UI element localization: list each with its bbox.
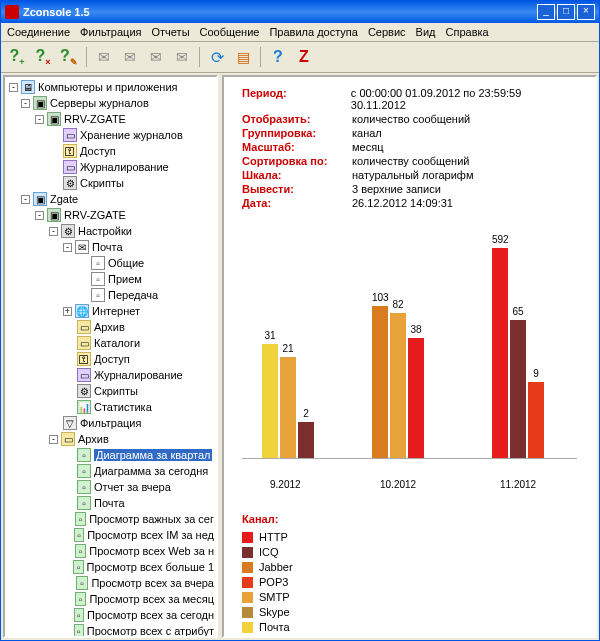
chart-bar: 21 — [280, 357, 296, 458]
tb-about[interactable]: ? — [266, 45, 290, 69]
tree-label: Журналирование — [94, 369, 183, 381]
tree-archive-report[interactable]: ▫Просмотр всех за сегодн — [7, 607, 216, 623]
mailnode-icon: ✉ — [75, 240, 89, 254]
gear-icon: ⚙ — [61, 224, 75, 238]
menu-filter[interactable]: Фильтрация — [80, 26, 141, 38]
chart-bar: 103 — [372, 306, 388, 458]
menu-access-rules[interactable]: Правила доступа — [269, 26, 358, 38]
tb-mail-forward[interactable]: ✉ — [144, 45, 168, 69]
tb-help-edit[interactable]: ?✎ — [57, 45, 81, 69]
menu-message[interactable]: Сообщение — [200, 26, 260, 38]
server-icon: ▣ — [47, 112, 61, 126]
collapse-icon[interactable]: - — [9, 83, 18, 92]
collapse-icon[interactable]: - — [35, 115, 44, 124]
tree-logging-2[interactable]: ▭Журналирование — [7, 367, 216, 383]
tree-stats[interactable]: 📊Статистика — [7, 399, 216, 415]
tb-help-add[interactable]: ?+ — [5, 45, 29, 69]
collapse-icon[interactable]: - — [49, 435, 58, 444]
collapse-icon[interactable]: - — [63, 243, 72, 252]
tree-archive-report[interactable]: ▫Просмотр всех больше 1 — [7, 559, 216, 575]
report-panel[interactable]: Период:с 00:00:00 01.09.2012 по 23:59:59… — [222, 75, 597, 638]
tree-scripts-2[interactable]: ⚙Скрипты — [7, 383, 216, 399]
script-icon: ⚙ — [77, 384, 91, 398]
legend-item: Jabber — [242, 561, 577, 573]
tree-internet[interactable]: +🌐Интернет — [7, 303, 216, 319]
tb-mail-remove[interactable]: ✉ — [118, 45, 142, 69]
folder-icon: ▭ — [77, 336, 91, 350]
tree-scripts[interactable]: ⚙Скрипты — [7, 175, 216, 191]
collapse-icon[interactable]: - — [21, 195, 30, 204]
chart-bar: 2 — [298, 422, 314, 458]
script-icon: ⚙ — [63, 176, 77, 190]
tree-log-servers[interactable]: -▣Серверы журналов — [7, 95, 216, 111]
tb-refresh[interactable]: ⟳ — [205, 45, 229, 69]
refresh-icon: ⟳ — [211, 48, 224, 67]
close-button[interactable]: × — [577, 4, 595, 20]
menu-reports[interactable]: Отчеты — [152, 26, 190, 38]
expand-icon[interactable]: + — [63, 307, 72, 316]
menu-service[interactable]: Сервис — [368, 26, 406, 38]
collapse-icon[interactable]: - — [49, 227, 58, 236]
tree-settings[interactable]: -⚙Настройки — [7, 223, 216, 239]
tree-archive-report[interactable]: ▫Просмотр всех IM за нед — [7, 527, 216, 543]
tree-panel[interactable]: -🖥Компьютеры и приложения -▣Серверы журн… — [3, 75, 218, 638]
collapse-icon[interactable]: - — [35, 211, 44, 220]
tree-archive-report[interactable]: ▫Отчет за вчера — [7, 479, 216, 495]
tree-mail[interactable]: -✉Почта — [7, 239, 216, 255]
tree-label: Просмотр всех за месяц — [89, 593, 214, 605]
tree-label: Отчет за вчера — [94, 481, 171, 493]
chart-bar: 9 — [528, 382, 544, 458]
tb-note[interactable]: ▤ — [231, 45, 255, 69]
tree-catalogs[interactable]: ▭Каталоги — [7, 335, 216, 351]
tree-send[interactable]: ▫Передача — [7, 287, 216, 303]
legend-label: ICQ — [259, 546, 279, 558]
param-value-period: с 00:00:00 01.09.2012 по 23:59:59 30.11.… — [351, 87, 577, 111]
tree-archive-report[interactable]: ▫Просмотр важных за сег — [7, 511, 216, 527]
tree-label: Просмотр всех за сегодн — [87, 609, 214, 621]
tree-label: Архив — [94, 321, 125, 333]
tree-label: Почта — [94, 497, 125, 509]
tb-mail-1[interactable]: ✉ — [92, 45, 116, 69]
tree-archive-report[interactable]: ▫Просмотр всех за месяц — [7, 591, 216, 607]
tb-z[interactable]: Z — [292, 45, 316, 69]
chart-bar-label: 9 — [528, 368, 544, 379]
tree-zgate-host[interactable]: -▣RRV-ZGATE — [7, 207, 216, 223]
tree-log-storage[interactable]: ▭Хранение журналов — [7, 127, 216, 143]
tree-archive-report[interactable]: ▫Диаграмма за квартал — [7, 447, 216, 463]
tree-archive-report[interactable]: ▫Просмотр всех за вчера — [7, 575, 216, 591]
tree-access[interactable]: ⚿Доступ — [7, 143, 216, 159]
minimize-button[interactable]: _ — [537, 4, 555, 20]
tree-label: Интернет — [92, 305, 140, 317]
menu-connection[interactable]: Соединение — [7, 26, 70, 38]
legend-swatch — [242, 547, 253, 558]
tree-root[interactable]: -🖥Компьютеры и приложения — [7, 79, 216, 95]
tree-general[interactable]: ▫Общие — [7, 255, 216, 271]
tb-help-remove[interactable]: ?× — [31, 45, 55, 69]
param-value-display: количество сообщений — [352, 113, 470, 125]
mail-icon: ✉ — [98, 49, 110, 65]
tree-filter[interactable]: ▽Фильтрация — [7, 415, 216, 431]
titlebar[interactable]: Zconsole 1.5 _ □ × — [1, 1, 599, 23]
tree-archive[interactable]: -▭Архив — [7, 431, 216, 447]
tb-mail-archive[interactable]: ✉ — [170, 45, 194, 69]
chart-bar-label: 31 — [262, 330, 278, 341]
storage-icon: ▭ — [63, 128, 77, 142]
toolbar-separator — [86, 47, 87, 67]
chart-bar-label: 82 — [390, 299, 406, 310]
tree-archive-setting[interactable]: ▭Архив — [7, 319, 216, 335]
tree-archive-report[interactable]: ▫Просмотр всех с атрибут — [7, 623, 216, 638]
tree-receive[interactable]: ▫Прием — [7, 271, 216, 287]
tree-archive-report[interactable]: ▫Диаграмма за сегодня — [7, 463, 216, 479]
legend-swatch — [242, 577, 253, 588]
tree-zgate[interactable]: -▣Zgate — [7, 191, 216, 207]
collapse-icon[interactable]: - — [21, 99, 30, 108]
menu-help[interactable]: Справка — [446, 26, 489, 38]
tree-server-node[interactable]: -▣RRV-ZGATE — [7, 111, 216, 127]
maximize-button[interactable]: □ — [557, 4, 575, 20]
tree-logging[interactable]: ▭Журналирование — [7, 159, 216, 175]
menu-view[interactable]: Вид — [416, 26, 436, 38]
chart-bar: 38 — [408, 338, 424, 458]
tree-archive-report[interactable]: ▫Просмотр всех Web за н — [7, 543, 216, 559]
tree-archive-report[interactable]: ▫Почта — [7, 495, 216, 511]
tree-access-2[interactable]: ⚿Доступ — [7, 351, 216, 367]
